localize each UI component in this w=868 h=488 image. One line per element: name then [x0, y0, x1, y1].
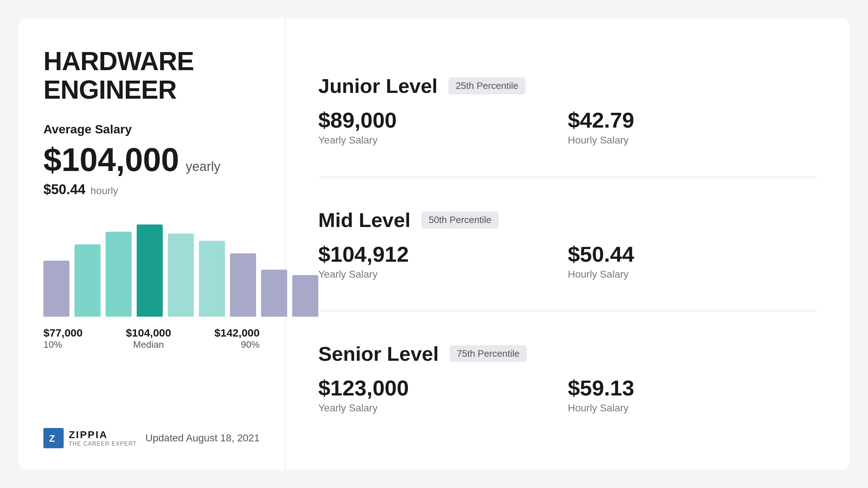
hourly-col-2: $59.13 Hourly Salary [568, 376, 817, 414]
bar-0 [43, 261, 69, 317]
bar-fill-6 [230, 253, 256, 317]
chart-left-sub: 10% [43, 339, 82, 350]
yearly-col-2: $123,000 Yearly Salary [318, 376, 568, 414]
bar-fill-8 [292, 275, 318, 317]
yearly-col-0: $89,000 Yearly Salary [318, 108, 568, 146]
chart-center-sub: Median [126, 339, 171, 350]
chart-right-sub: 90% [214, 339, 260, 350]
yearly-unit-label: yearly [186, 160, 220, 173]
level-section-0: Junior Level 25th Percentile $89,000 Yea… [318, 43, 817, 177]
bar-fill-5 [199, 241, 225, 317]
yearly-salary-amount-1: $104,912 [318, 243, 568, 266]
zippia-logo: Z ZIPPIA THE CAREER EXPERT [43, 428, 137, 448]
bar-5 [199, 241, 225, 317]
salary-row-0: $89,000 Yearly Salary $42.79 Hourly Sala… [318, 108, 817, 146]
bar-1 [75, 244, 101, 317]
bar-3 [137, 224, 163, 317]
yearly-salary-amount-2: $123,000 [318, 376, 568, 400]
chart-left-amount: $77,000 [43, 327, 82, 339]
job-title: HARDWARE ENGINEER [43, 47, 260, 104]
percentile-badge-1: 50th Percentile [421, 211, 498, 228]
bar-7 [261, 270, 287, 317]
hourly-unit-label: hourly [90, 185, 118, 197]
chart-label-right: $142,000 90% [214, 327, 260, 350]
left-panel: HARDWARE ENGINEER Average Salary $104,00… [18, 18, 286, 470]
hourly-salary-amount-2: $59.13 [568, 376, 817, 400]
chart-center-amount: $104,000 [126, 327, 171, 339]
zippia-text: ZIPPIA THE CAREER EXPERT [69, 429, 137, 447]
salary-row-2: $123,000 Yearly Salary $59.13 Hourly Sal… [318, 376, 817, 414]
chart-label-center: $104,000 Median [126, 327, 171, 350]
bar-6 [230, 253, 256, 317]
bars-row [43, 215, 260, 317]
zippia-icon: Z [43, 428, 64, 448]
level-header-2: Senior Level 75th Percentile [318, 342, 817, 365]
bar-fill-3 [137, 224, 163, 317]
zippia-tagline: THE CAREER EXPERT [69, 441, 137, 447]
yearly-col-1: $104,912 Yearly Salary [318, 243, 568, 280]
level-name-0: Junior Level [318, 74, 438, 98]
level-name-1: Mid Level [318, 208, 410, 232]
hourly-col-1: $50.44 Hourly Salary [568, 243, 817, 280]
main-card: HARDWARE ENGINEER Average Salary $104,00… [18, 18, 850, 470]
level-name-2: Senior Level [318, 342, 439, 365]
zippia-name: ZIPPIA [69, 429, 137, 441]
hourly-salary-display: $50.44 hourly [43, 182, 260, 197]
yearly-amount-value: $104,000 [43, 144, 179, 176]
bar-fill-2 [106, 232, 132, 317]
hourly-salary-amount-1: $50.44 [568, 243, 817, 266]
bar-fill-1 [75, 244, 101, 317]
hourly-amount-value: $50.44 [43, 182, 85, 197]
level-section-1: Mid Level 50th Percentile $104,912 Yearl… [318, 177, 817, 312]
percentile-badge-2: 75th Percentile [450, 345, 527, 362]
bar-fill-0 [43, 261, 69, 317]
yearly-salary-label-1: Yearly Salary [318, 269, 568, 280]
chart-label-left: $77,000 10% [43, 327, 82, 350]
hourly-salary-label-0: Hourly Salary [568, 134, 817, 146]
hourly-salary-label-1: Hourly Salary [568, 269, 817, 280]
level-header-0: Junior Level 25th Percentile [318, 74, 817, 98]
hourly-col-0: $42.79 Hourly Salary [568, 108, 817, 146]
percentile-badge-0: 25th Percentile [448, 77, 526, 94]
yearly-salary-display: $104,000 yearly [43, 144, 260, 176]
salary-row-1: $104,912 Yearly Salary $50.44 Hourly Sal… [318, 243, 817, 280]
left-footer: Z ZIPPIA THE CAREER EXPERT Updated Augus… [43, 428, 260, 448]
bar-chart: $77,000 10% $104,000 Median $142,000 90% [43, 215, 260, 414]
bar-fill-7 [261, 270, 287, 317]
svg-text:Z: Z [49, 433, 55, 444]
level-section-2: Senior Level 75th Percentile $123,000 Ye… [318, 311, 817, 445]
hourly-salary-amount-0: $42.79 [568, 108, 817, 132]
yearly-salary-amount-0: $89,000 [318, 108, 568, 132]
chart-right-amount: $142,000 [214, 327, 260, 339]
updated-date: Updated August 18, 2021 [145, 432, 260, 444]
yearly-salary-label-2: Yearly Salary [318, 402, 568, 414]
yearly-salary-label-0: Yearly Salary [318, 134, 568, 146]
bar-2 [106, 232, 132, 317]
level-header-1: Mid Level 50th Percentile [318, 208, 817, 232]
avg-salary-label: Average Salary [43, 122, 260, 136]
bar-4 [168, 234, 194, 317]
bar-fill-4 [168, 234, 194, 317]
right-panel: Junior Level 25th Percentile $89,000 Yea… [286, 18, 850, 470]
bar-8 [292, 275, 318, 317]
chart-labels: $77,000 10% $104,000 Median $142,000 90% [43, 327, 260, 350]
hourly-salary-label-2: Hourly Salary [568, 402, 817, 414]
